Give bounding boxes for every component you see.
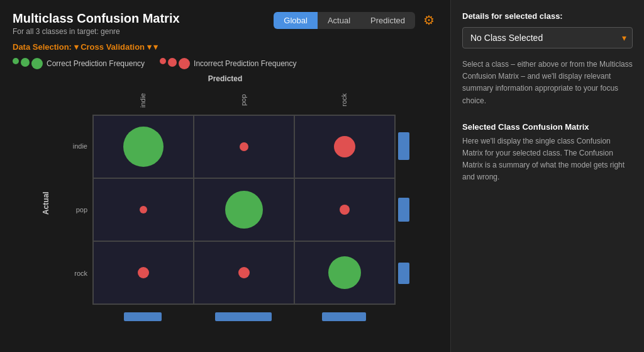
main-title: Multiclass Confusion Matrix <box>13 11 180 26</box>
class-select-wrapper: No Class Selected indie pop rock ▾ <box>462 27 633 48</box>
tab-group: Global Actual Predicted <box>274 12 415 29</box>
row-label-indie: indie <box>55 115 92 178</box>
data-selection-row: Data Selection: Cross Validation ▾ <box>13 38 438 52</box>
subtitle: For all 3 classes in target: genre <box>13 27 180 36</box>
correct-dot-large <box>31 58 43 69</box>
bubble-2-2 <box>328 256 361 289</box>
col-label-rock: rock <box>294 86 394 115</box>
matrix-row-0 <box>93 115 395 178</box>
controls-block: Global Actual Predicted ⚙ <box>274 11 438 29</box>
matrix-rows-and-bars: indie pop rock <box>55 115 409 305</box>
predicted-label: Predicted <box>208 74 243 83</box>
matrix-row-1 <box>93 178 395 241</box>
cell-2-1[interactable] <box>194 241 294 304</box>
cell-1-1[interactable] <box>194 178 294 241</box>
class-select[interactable]: No Class Selected indie pop rock <box>462 27 633 48</box>
bubble-1-0 <box>140 206 147 213</box>
incorrect-dot-medium <box>168 58 177 67</box>
col-label-indie: indie <box>92 86 193 115</box>
cell-1-0[interactable] <box>93 178 194 241</box>
actual-label: Actual <box>41 86 51 321</box>
correct-dots <box>13 58 43 69</box>
cell-0-2[interactable] <box>294 115 395 178</box>
bubble-1-1 <box>225 191 263 229</box>
tab-global[interactable]: Global <box>274 12 318 29</box>
bubble-2-0 <box>138 267 149 278</box>
incorrect-dot-small <box>160 58 166 64</box>
matrix-container: Predicted Actual indie pop rock indie po… <box>13 74 438 341</box>
matrix-cells <box>92 115 396 305</box>
bubble-0-0 <box>123 127 164 167</box>
bottom-bar-rect-2 <box>322 312 366 321</box>
incorrect-legend: Incorrect Prediction Frequency <box>160 58 296 69</box>
header-row: Multiclass Confusion Matrix For all 3 cl… <box>13 11 438 36</box>
bubble-2-1 <box>238 267 250 278</box>
incorrect-dot-large <box>179 58 190 69</box>
correct-dot-small <box>13 58 19 64</box>
bottom-bar-0 <box>92 307 193 321</box>
row-labels-col: indie pop rock <box>55 115 92 305</box>
correct-label: Correct Prediction Frequency <box>47 59 145 68</box>
right-panel-description: Select a class – either above or from th… <box>462 59 633 107</box>
matrix-inner: Actual indie pop rock indie pop rock <box>41 86 409 321</box>
correct-dot-medium <box>21 58 30 67</box>
side-bar-2 <box>398 242 409 305</box>
side-bar-rect-0 <box>398 132 409 160</box>
correct-legend: Correct Prediction Frequency <box>13 58 145 69</box>
right-panel: Details for selected class: No Class Sel… <box>450 0 644 352</box>
bubble-1-2 <box>340 205 350 215</box>
bubble-0-1 <box>240 142 248 151</box>
side-bar-rect-2 <box>398 263 409 284</box>
bottom-bar-rect-0 <box>124 312 162 321</box>
cell-0-1[interactable] <box>194 115 294 178</box>
side-bars <box>398 115 409 305</box>
side-bar-1 <box>398 178 409 241</box>
tab-actual[interactable]: Actual <box>318 12 360 29</box>
data-selection-label: Data Selection: Cross Validation ▾ <box>13 42 158 52</box>
bubble-0-2 <box>334 136 355 157</box>
incorrect-label: Incorrect Prediction Frequency <box>194 59 296 68</box>
col-label-pop: pop <box>193 86 294 115</box>
cell-2-0[interactable] <box>93 241 194 304</box>
col-labels: indie pop rock <box>92 86 409 115</box>
bottom-bars-row <box>92 307 409 321</box>
cell-1-2[interactable] <box>294 178 395 241</box>
gear-icon[interactable]: ⚙ <box>420 11 438 29</box>
cell-0-0[interactable] <box>93 115 194 178</box>
row-label-rock: rock <box>55 242 92 305</box>
data-selection-value[interactable]: Cross Validation ▾ <box>80 42 158 52</box>
side-bar-rect-1 <box>398 198 409 222</box>
row-label-pop: pop <box>55 178 92 241</box>
title-block: Multiclass Confusion Matrix For all 3 cl… <box>13 11 180 36</box>
incorrect-dots <box>160 58 190 69</box>
bottom-bar-1 <box>193 307 294 321</box>
tab-predicted[interactable]: Predicted <box>360 12 415 29</box>
confusion-matrix-section-title: Selected Class Confusion Matrix <box>462 122 633 132</box>
matrix-row-2 <box>93 241 395 304</box>
right-panel-title: Details for selected class: <box>462 11 633 21</box>
bottom-bar-2 <box>294 307 394 321</box>
legend-row: Correct Prediction Frequency Incorrect P… <box>13 58 438 69</box>
bottom-bar-rect-1 <box>215 312 272 321</box>
side-bar-0 <box>398 115 409 178</box>
matrix-grid: indie pop rock indie pop rock <box>55 86 409 321</box>
left-panel: Multiclass Confusion Matrix For all 3 cl… <box>0 0 450 352</box>
cell-2-2[interactable] <box>294 241 395 304</box>
confusion-matrix-section-desc: Here we'll display the single class Conf… <box>462 135 633 184</box>
